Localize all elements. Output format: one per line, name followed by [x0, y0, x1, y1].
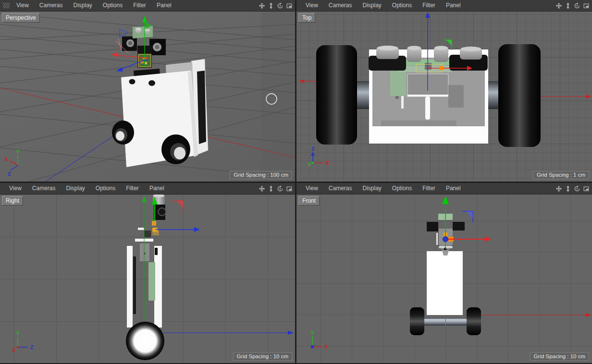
rotate-icon[interactable]	[277, 2, 284, 9]
view-label-top: Top	[298, 13, 315, 23]
svg-text:X: X	[12, 347, 16, 353]
maximize-view-icon[interactable]	[583, 2, 590, 9]
pan-icon[interactable]	[259, 2, 265, 9]
svg-text:Y: Y	[308, 162, 311, 168]
svg-text:Z: Z	[8, 171, 11, 177]
menu-cameras[interactable]: Cameras	[323, 183, 358, 194]
viewport-top: View Cameras Display Options Filter Pane…	[296, 0, 592, 182]
menu-display[interactable]: Display	[68, 0, 97, 11]
menu-panel[interactable]: Panel	[151, 0, 177, 11]
menu-cameras[interactable]: Cameras	[27, 183, 61, 194]
pan-icon[interactable]	[555, 185, 562, 192]
pan-icon[interactable]	[259, 185, 265, 192]
view-label-front: Front	[298, 196, 320, 206]
dolly-zoom-icon[interactable]	[565, 185, 571, 192]
menu-filter[interactable]: Filter	[121, 183, 144, 194]
dolly-zoom-icon[interactable]	[268, 2, 274, 9]
menu-panel[interactable]: Panel	[144, 183, 170, 194]
menu-filter[interactable]: Filter	[417, 183, 441, 194]
maximize-view-icon[interactable]	[286, 185, 293, 192]
menu-cameras[interactable]: Cameras	[323, 0, 358, 11]
menu-display[interactable]: Display	[357, 0, 386, 11]
menu-view[interactable]: View	[11, 0, 34, 11]
svg-text:Z: Z	[30, 344, 34, 350]
menu-display[interactable]: Display	[357, 183, 386, 194]
dolly-zoom-icon[interactable]	[565, 2, 571, 9]
menu-view[interactable]: View	[4, 183, 27, 194]
menubar-front: View Cameras Display Options Filter Pane…	[296, 183, 592, 194]
grid-spacing-right: Grid Spacing : 10 cm	[233, 352, 292, 361]
svg-text:Z: Z	[311, 146, 315, 152]
robot-model-top	[316, 44, 541, 147]
menu-view[interactable]: View	[300, 183, 323, 194]
viewport-canvas-right[interactable]: Y Z X	[0, 194, 295, 363]
viewport-right: View Cameras Display Options Filter Pane…	[0, 183, 295, 363]
menu-filter[interactable]: Filter	[128, 0, 151, 11]
svg-text:X: X	[325, 160, 329, 166]
grid-spacing-perspective: Grid Spacing : 100 cm	[230, 171, 292, 179]
menu-cameras[interactable]: Cameras	[34, 0, 68, 11]
menu-options[interactable]: Options	[387, 183, 417, 194]
menu-view[interactable]: View	[300, 0, 323, 11]
rotate-icon[interactable]	[277, 185, 284, 192]
svg-text:Y: Y	[310, 330, 314, 336]
menu-options[interactable]: Options	[387, 0, 417, 11]
grid-spacing-front: Grid Spacing : 10 cm	[530, 352, 589, 361]
maximize-view-icon[interactable]	[286, 2, 293, 9]
view-label-right: Right	[2, 196, 23, 206]
menubar-perspective: View Cameras Display Options Filter Pane…	[0, 0, 295, 12]
viewport-canvas-front[interactable]: Y X	[296, 194, 592, 363]
menubar-top: View Cameras Display Options Filter Pane…	[296, 0, 592, 12]
menu-options[interactable]: Options	[98, 0, 128, 11]
svg-text:X: X	[4, 157, 8, 162]
svg-text:X: X	[324, 344, 328, 350]
grid-spacing-top: Grid Spacing : 1 cm	[533, 171, 589, 179]
svg-text:Y: Y	[16, 330, 20, 336]
view-tool-icons	[259, 2, 295, 9]
rotate-icon[interactable]	[574, 185, 580, 192]
menu-filter[interactable]: Filter	[417, 0, 441, 11]
panel-grip-icon[interactable]	[2, 2, 10, 9]
maximize-view-icon[interactable]	[583, 185, 590, 192]
view-tool-icons	[555, 185, 592, 192]
view-label-perspective: Perspective	[2, 13, 40, 23]
menu-options[interactable]: Options	[90, 183, 121, 194]
viewport-front: View Cameras Display Options Filter Pane…	[296, 183, 592, 363]
viewport-canvas-top[interactable]: Z Y X	[296, 11, 592, 182]
menu-display[interactable]: Display	[61, 183, 90, 194]
menubar-right: View Cameras Display Options Filter Pane…	[0, 183, 295, 194]
dolly-zoom-icon[interactable]	[268, 185, 274, 192]
view-tool-icons	[259, 185, 295, 192]
viewport-perspective: View Cameras Display Options Filter Pane…	[0, 0, 295, 182]
view-tool-icons	[555, 2, 592, 9]
menu-panel[interactable]: Panel	[441, 183, 466, 194]
pan-icon[interactable]	[555, 2, 562, 9]
viewport-canvas-perspective[interactable]: Y X Z	[0, 11, 295, 182]
menu-panel[interactable]: Panel	[441, 0, 466, 11]
rotate-icon[interactable]	[574, 2, 580, 9]
svg-text:Y: Y	[16, 149, 20, 155]
